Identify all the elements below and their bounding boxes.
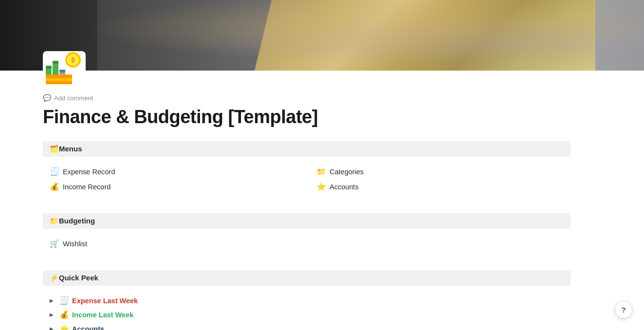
menu-item-wishlist[interactable]: 🛒 Wishlist: [50, 238, 564, 250]
svg-text:$: $: [71, 56, 75, 64]
quick-peek-section: ⚡Quick Peek ▶ 🧾 Expense Last Week ▶ 💰 In…: [43, 270, 570, 330]
menus-section: 🗂️Menus 🧾 Expense Record 📁 Categories 💰 …: [43, 141, 570, 200]
add-comment-label[interactable]: Add comment: [54, 94, 93, 102]
wishlist-icon: 🛒: [50, 239, 59, 248]
menu-item-expense-record[interactable]: 🧾 Expense Record: [50, 165, 297, 178]
quick-peek-section-label: ⚡Quick Peek: [50, 274, 98, 282]
categories-label: Categories: [330, 168, 364, 176]
budgeting-items: 🛒 Wishlist: [43, 236, 570, 257]
page-title: Finance & Budgeting [Template]: [43, 107, 570, 128]
menu-item-categories[interactable]: 📁 Categories: [316, 165, 564, 178]
categories-icon: 📁: [316, 167, 326, 176]
quick-peek-accounts[interactable]: ▶ ⭐ Accounts: [50, 323, 564, 330]
quick-peek-income-last-week[interactable]: ▶ 💰 Income Last Week: [50, 309, 564, 321]
menus-section-label: 🗂️Menus: [50, 145, 82, 153]
wishlist-label: Wishlist: [63, 240, 87, 248]
page-logo-area: $: [0, 51, 644, 86]
accounts-peek-icon: ⭐: [59, 324, 69, 330]
expense-record-label: Expense Record: [63, 168, 115, 176]
quick-peek-expense-last-week[interactable]: ▶ 🧾 Expense Last Week: [50, 294, 564, 307]
chevron-icon-2: ▶: [50, 312, 56, 317]
accounts-peek-label: Accounts: [72, 325, 104, 330]
expense-record-icon: 🧾: [50, 167, 59, 176]
svg-rect-1: [46, 66, 52, 69]
accounts-label: Accounts: [330, 183, 359, 191]
page-content: 💬 Add comment Finance & Budgeting [Templ…: [0, 94, 613, 330]
income-record-icon: 💰: [50, 182, 59, 191]
expense-last-week-label: Expense Last Week: [72, 297, 138, 305]
chevron-icon-3: ▶: [50, 326, 56, 330]
income-last-week-label: Income Last Week: [72, 311, 133, 319]
quick-peek-section-header: ⚡Quick Peek: [43, 270, 570, 286]
svg-rect-3: [53, 61, 58, 64]
menu-item-income-record[interactable]: 💰 Income Record: [50, 181, 297, 193]
svg-rect-5: [59, 70, 65, 73]
menus-section-header: 🗂️Menus: [43, 141, 570, 157]
expense-last-week-icon: 🧾: [59, 296, 69, 305]
income-last-week-icon: 💰: [59, 310, 69, 319]
quick-peek-items: ▶ 🧾 Expense Last Week ▶ 💰 Income Last We…: [43, 293, 570, 330]
comment-icon: 💬: [43, 94, 51, 102]
help-button-label: ?: [621, 306, 626, 314]
page-logo: $: [43, 51, 86, 86]
budgeting-section-label: 📁Budgeting: [50, 217, 95, 225]
income-record-label: Income Record: [63, 183, 110, 191]
add-comment-row[interactable]: 💬 Add comment: [43, 94, 570, 102]
accounts-icon: ⭐: [316, 182, 326, 191]
budgeting-section-header: 📁Budgeting: [43, 213, 570, 229]
chevron-icon: ▶: [50, 298, 56, 303]
svg-rect-10: [46, 74, 72, 78]
menu-item-accounts[interactable]: ⭐ Accounts: [316, 181, 564, 193]
help-button[interactable]: ?: [615, 301, 632, 318]
budgeting-section: 📁Budgeting 🛒 Wishlist: [43, 213, 570, 257]
menus-grid: 🧾 Expense Record 📁 Categories 💰 Income R…: [43, 164, 570, 200]
